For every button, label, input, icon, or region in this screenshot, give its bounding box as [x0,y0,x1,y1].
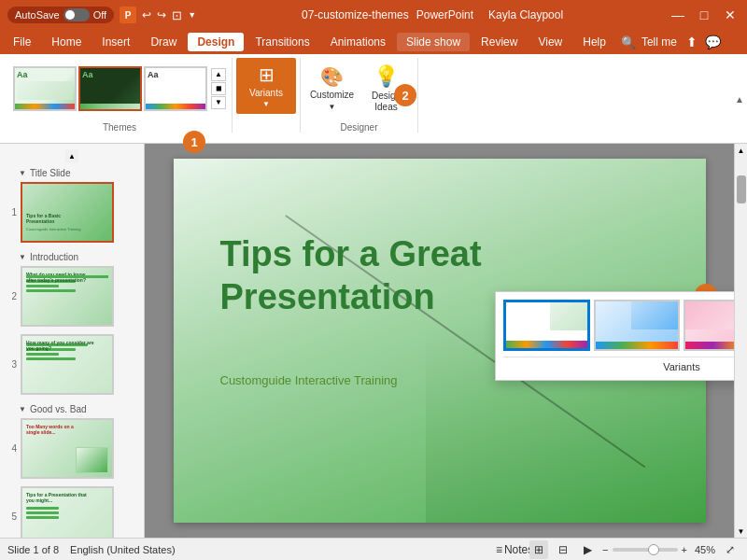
slide-1-number: 1 [6,207,17,217]
variants-button[interactable]: ⊞ Variants ▼ [236,58,296,114]
slide-2-container: 2 What do you need to knowafter today's … [4,264,140,329]
themes-scroll-up[interactable]: ▲ [211,68,226,81]
badge-2: 2 [394,84,416,106]
slide-3-container: 3 How many of you consider areyou going? [4,332,140,397]
fit-button[interactable]: ⤢ [721,540,740,559]
scroll-down-arrow[interactable]: ▼ [735,525,748,538]
redo-icon[interactable]: ↪ [157,8,166,21]
panel-scroll-up[interactable]: ▲ [65,149,78,162]
scroll-thumb [737,175,746,203]
theme-thumb-1[interactable]: Aa [13,66,77,111]
comments-icon[interactable]: 💬 [705,35,721,49]
ribbon: Aa Aa Aa ▲ ◼ ▼ [0,54,747,144]
slide-5-number: 5 [6,511,17,522]
variant-thumb-2[interactable] [594,300,681,351]
themes-scroll: ▲ ◼ ▼ [211,68,226,109]
slide-thumb-1[interactable]: Tips for a BasicPresentation Customguide… [21,182,114,243]
customize-dropdown: ▼ [329,103,336,111]
autosave-toggle[interactable] [63,8,90,21]
menu-transitions[interactable]: Transitions [246,33,318,51]
theme-thumb-2[interactable]: Aa [78,66,142,111]
menu-draw[interactable]: Draw [141,33,186,51]
menu-view[interactable]: View [529,33,571,51]
scroll-track[interactable] [735,157,747,525]
menu-slideshow[interactable]: Slide show [397,33,470,51]
ribbon-collapse-button[interactable]: ▲ [732,54,747,144]
title-bar: AutoSave Off P ↩ ↪ ⊡ ▼ 07-customize-them… [0,0,747,30]
section-title-slide[interactable]: Title Slide [4,164,140,180]
fit-icon: ⤢ [726,543,735,556]
dropdown-icon[interactable]: ▼ [188,10,196,20]
menu-file[interactable]: File [4,33,40,51]
menu-home[interactable]: Home [42,33,91,51]
maximize-button[interactable]: □ [695,6,713,24]
slide-panel: ▲ Title Slide 1 Tips for a BasicPresenta… [0,144,145,538]
themes-row: Aa Aa Aa ▲ ◼ ▼ [13,66,226,111]
status-bar: Slide 1 of 8 English (United States) ≡ N… [0,538,747,560]
themes-scroll-mid[interactable]: ◼ [211,82,226,95]
variants-btn-label: Variants [249,88,283,98]
theme-2-label: Aa [80,68,140,81]
slide-1-container: 1 Tips for a BasicPresentation Customgui… [4,180,140,245]
variants-dropdown-arrow: ▼ [262,100,270,108]
zoom-out-button[interactable]: − [602,544,608,555]
designer-label: Designer [340,122,377,133]
title-bar-center: 07-customize-themes PowerPoint Kayla Cla… [302,8,563,21]
variant-1-waves [550,302,587,330]
customize-icon: 🎨 [320,65,344,88]
slide-thumb-5[interactable]: Tips for a Presentation thatyou might... [21,486,114,538]
zoom-thumb [648,544,659,555]
theme-1-bar [15,104,75,109]
share-icon[interactable]: ⬆ [686,35,698,49]
right-scrollbar: ▲ ▼ [734,144,747,538]
reading-view-button[interactable]: ▶ [578,540,597,559]
slide-4-container: 4 Too Many words on asingle slide... [4,416,140,481]
normal-view-icon: ⊞ [534,543,543,556]
autosave-state: Off [93,9,106,21]
zoom-slider[interactable] [613,548,678,552]
badge-1: 1 [183,131,205,153]
design-ideas-icon: 💡 [374,64,399,89]
zoom-in-button[interactable]: + [682,544,687,555]
section-good-vs-bad[interactable]: Good vs. Bad [4,400,140,416]
variant-3-lines [685,301,734,329]
menu-insert[interactable]: Insert [92,33,139,51]
zoom-bar: − + 45% [602,544,715,555]
variants-group: ⊞ Variants ▼ - [233,58,301,133]
minimize-button[interactable]: — [669,6,687,24]
variant-thumb-1[interactable] [503,300,590,351]
themes-scroll-down[interactable]: ▼ [211,96,226,109]
variant-thumb-3[interactable] [684,300,734,351]
notes-icon: ≡ [496,543,502,556]
status-bar-right: ≡ Notes ⊞ ⊟ ▶ − + 45% ⤢ [505,540,740,559]
slide-info: Slide 1 of 8 [7,544,59,555]
slide-thumb-4[interactable]: Too Many words on asingle slide... [21,418,114,479]
slide-sorter-icon: ⊟ [558,543,568,556]
variant-3-bar [685,342,734,349]
slide-subtitle: Customguide Interactive Training [220,373,398,387]
customize-button[interactable]: 🎨 Customize ▼ [306,63,358,114]
main-area: ▲ Title Slide 1 Tips for a BasicPresenta… [0,144,747,538]
slide-2-number: 2 [6,291,17,301]
close-button[interactable]: ✕ [721,6,740,24]
theme-thumb-3[interactable]: Aa [144,66,207,111]
normal-view-button[interactable]: ⊞ [529,540,548,559]
slide-sorter-button[interactable]: ⊟ [554,540,572,559]
slide-thumb-3[interactable]: How many of you consider areyou going? [21,334,114,395]
menu-design[interactable]: Design [188,33,244,51]
section-introduction[interactable]: Introduction [4,248,140,264]
search-label[interactable]: Tell me [641,35,677,49]
search-icon[interactable]: 🔍 [621,35,636,49]
undo-icon[interactable]: ↩ [142,8,151,21]
notes-button[interactable]: ≡ Notes [505,540,524,559]
slide-5-container: 5 Tips for a Presentation thatyou might.… [4,484,140,538]
slide-3-number: 3 [6,359,17,370]
scroll-up-arrow[interactable]: ▲ [735,144,748,157]
zoom-level: 45% [695,544,715,555]
slide-thumb-2[interactable]: What do you need to knowafter today's pr… [21,266,114,327]
menu-animations[interactable]: Animations [321,33,395,51]
variants-grid [503,300,734,351]
menu-review[interactable]: Review [472,33,527,51]
autosave-section: AutoSave Off [7,7,114,23]
menu-help[interactable]: Help [573,33,615,51]
